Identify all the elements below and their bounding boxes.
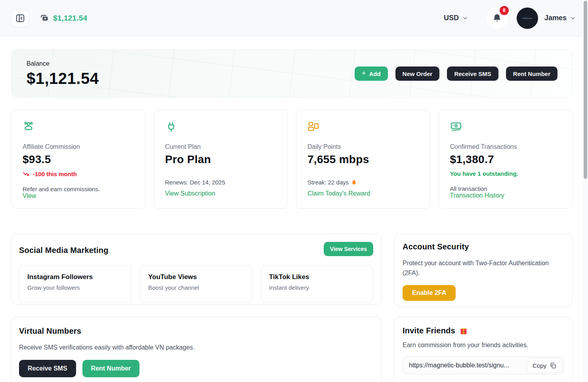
avatar-logo-text: KVPanels <box>523 17 532 19</box>
dashboard-page: $1,121.54 USD 8 KVPanels <box>0 0 588 382</box>
balance-info: Balance $1,121.54 <box>27 60 99 87</box>
claim-reward-link[interactable]: Claim Today's Reward <box>307 190 419 197</box>
users-icon <box>23 121 34 133</box>
referral-link-box: https://magnetic-bubble.test/signu... Co… <box>403 356 564 374</box>
invite-title-row: Invite Friends <box>403 326 564 335</box>
security-description: Protect your account with Two-Factor Aut… <box>403 258 564 278</box>
panel-left-icon <box>15 13 25 23</box>
add-funds-button[interactable]: + Add <box>355 67 388 81</box>
new-order-button[interactable]: New Order <box>395 67 440 81</box>
view-services-button[interactable]: View Services <box>324 242 373 256</box>
sidebar-toggle-button[interactable] <box>11 9 29 27</box>
plus-icon: + <box>362 70 366 77</box>
invite-title: Invite Friends <box>403 326 455 335</box>
service-card-tiktok[interactable]: TikTok Likes Instant delivery <box>261 265 373 303</box>
transaction-history-link[interactable]: Transaction History <box>450 192 561 199</box>
banknote-icon <box>450 121 462 133</box>
invite-description: Earn commission from your friends activi… <box>403 342 564 349</box>
stat-title: Current Plan <box>165 143 277 150</box>
stat-title: Confirmed Transactions <box>450 143 561 150</box>
service-description: Boost your channel <box>148 284 244 291</box>
balance-label: Balance <box>27 60 99 67</box>
vn-receive-sms-label: Receive SMS <box>28 365 67 372</box>
new-order-label: New Order <box>403 70 433 77</box>
enable-2fa-button[interactable]: Enable 2FA <box>403 285 456 301</box>
social-media-panel: Social Media Marketing View Services Ins… <box>11 234 382 305</box>
virtual-numbers-title: Virtual Numbers <box>19 327 373 336</box>
stat-value: Pro Plan <box>165 153 277 166</box>
view-subscription-link[interactable]: View Subscription <box>165 190 277 197</box>
enable-2fa-label: Enable 2FA <box>412 289 446 296</box>
wallet-balance-group[interactable]: $1,121.54 <box>40 13 87 23</box>
currency-selector[interactable]: USD <box>444 14 468 22</box>
rent-number-button[interactable]: Rent Number <box>506 67 557 81</box>
flame-icon <box>351 179 357 185</box>
stat-note-text: Streak: 22 days <box>307 179 349 186</box>
stat-value: $93.5 <box>23 153 134 166</box>
notifications-button[interactable]: 8 <box>487 8 508 29</box>
row-vn-invite: Virtual Numbers Receive SMS verification… <box>11 317 573 382</box>
avatar[interactable]: KVPanels <box>517 8 538 29</box>
user-menu[interactable]: James <box>544 14 576 22</box>
currency-label: USD <box>444 14 459 22</box>
notification-badge: 8 <box>500 6 509 15</box>
balance-amount: $1,121.54 <box>27 70 99 87</box>
balance-card: Balance $1,121.54 + Add New Order Receiv… <box>11 49 573 98</box>
rent-number-label: Rent Number <box>513 70 550 77</box>
invite-friends-panel: Invite Friends Earn commission from your… <box>394 317 573 382</box>
top-bar: $1,121.54 USD 8 KVPanels <box>0 0 588 36</box>
receive-sms-button[interactable]: Receive SMS <box>447 67 498 81</box>
service-title: Instagram Followers <box>27 273 123 281</box>
security-actions: Enable 2FA <box>403 285 564 301</box>
account-security-panel: Account Security Protect your account wi… <box>394 234 573 307</box>
stat-description: Refer and earn commissions. <box>23 186 134 192</box>
stat-value: $1,380.7 <box>450 153 561 166</box>
header-balance: $1,121.54 <box>53 14 87 23</box>
trending-down-icon <box>23 170 30 177</box>
stat-card-daily-points: Daily Points 7,655 mbps Streak: 22 days … <box>296 110 430 209</box>
stats-grid: Affiliate Commission $93.5 -100 this mon… <box>11 110 573 209</box>
vn-receive-sms-button[interactable]: Receive SMS <box>19 360 76 377</box>
vn-rent-number-label: Rent Number <box>91 365 131 372</box>
copy-link-button[interactable]: Copy <box>527 358 562 373</box>
stat-note: Renews: Dec 14, 2025 <box>165 179 277 186</box>
social-panel-header: Social Media Marketing View Services <box>19 242 373 256</box>
stat-card-affiliate-commission: Affiliate Commission $93.5 -100 this mon… <box>11 110 145 209</box>
plug-icon <box>165 121 177 133</box>
affiliate-view-link[interactable]: View <box>23 192 134 200</box>
stat-card-current-plan: Current Plan Pro Plan Renews: Dec 14, 20… <box>154 110 288 209</box>
service-description: Grow your followers <box>27 284 123 291</box>
copy-label: Copy <box>533 362 546 369</box>
user-name: James <box>544 14 567 22</box>
virtual-numbers-description: Receive SMS verifications easily with af… <box>19 344 373 351</box>
stat-trend-text: -100 this month <box>33 171 77 177</box>
bell-icon <box>492 13 502 23</box>
stat-value: 7,655 mbps <box>307 153 419 166</box>
referral-link-text[interactable]: https://magnetic-bubble.test/signu... <box>409 362 509 369</box>
service-grid: Instagram Followers Grow your followers … <box>19 265 373 303</box>
vn-rent-number-button[interactable]: Rent Number <box>82 360 139 377</box>
chevron-down-icon <box>570 15 576 21</box>
stat-title: Affiliate Commission <box>23 143 134 150</box>
gift-icon <box>459 327 468 335</box>
chevron-down-icon <box>462 15 468 21</box>
virtual-numbers-actions: Receive SMS Rent Number <box>19 360 373 377</box>
add-funds-label: Add <box>369 70 380 77</box>
top-bar-right: USD 8 KVPanels James <box>444 8 576 29</box>
scrollbar-thumb[interactable] <box>584 1 587 179</box>
scrollbar-track[interactable] <box>583 0 588 382</box>
receive-sms-label: Receive SMS <box>454 70 491 77</box>
view-services-label: View Services <box>330 246 367 252</box>
stat-trend: -100 this month <box>23 170 134 177</box>
stat-card-confirmed-transactions: Confirmed Transactions $1,380.7 You have… <box>439 110 573 209</box>
copy-icon <box>550 362 556 369</box>
stat-note: Streak: 22 days <box>307 179 419 186</box>
service-card-youtube[interactable]: YouTube Views Boost your channel <box>140 265 252 303</box>
security-panel-title: Account Security <box>403 242 564 251</box>
service-card-instagram[interactable]: Instagram Followers Grow your followers <box>19 265 132 303</box>
stat-note: All transaction <box>450 185 561 192</box>
social-panel-title: Social Media Marketing <box>19 246 109 255</box>
row-social-security: Social Media Marketing View Services Ins… <box>11 234 573 307</box>
top-bar-left: $1,121.54 <box>11 9 87 27</box>
service-title: TikTok Likes <box>269 273 365 281</box>
